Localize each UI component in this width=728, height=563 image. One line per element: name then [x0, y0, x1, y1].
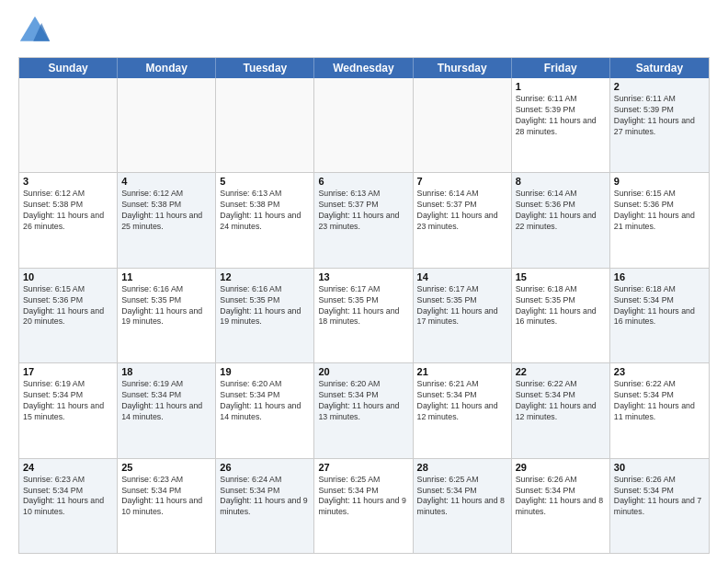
day-number: 29	[516, 462, 606, 473]
day-info: Sunrise: 6:20 AM Sunset: 5:34 PM Dayligh…	[318, 379, 408, 423]
day-of-week-tuesday: Tuesday	[216, 58, 314, 78]
calendar-cell-3-1: 18Sunrise: 6:19 AM Sunset: 5:34 PM Dayli…	[118, 363, 216, 457]
day-number: 12	[220, 271, 310, 282]
day-info: Sunrise: 6:12 AM Sunset: 5:38 PM Dayligh…	[23, 189, 113, 233]
day-number: 8	[516, 176, 606, 187]
day-number: 27	[318, 462, 408, 473]
calendar-header: SundayMondayTuesdayWednesdayThursdayFrid…	[19, 58, 709, 78]
day-info: Sunrise: 6:15 AM Sunset: 5:36 PM Dayligh…	[23, 284, 113, 328]
day-info: Sunrise: 6:25 AM Sunset: 5:34 PM Dayligh…	[417, 475, 507, 519]
calendar-cell-2-1: 11Sunrise: 6:16 AM Sunset: 5:35 PM Dayli…	[118, 269, 216, 362]
day-info: Sunrise: 6:20 AM Sunset: 5:34 PM Dayligh…	[220, 379, 310, 423]
calendar-row-1: 3Sunrise: 6:12 AM Sunset: 5:38 PM Daylig…	[19, 173, 709, 268]
calendar-cell-2-2: 12Sunrise: 6:16 AM Sunset: 5:35 PM Dayli…	[216, 269, 314, 362]
day-info: Sunrise: 6:16 AM Sunset: 5:35 PM Dayligh…	[220, 284, 310, 328]
calendar-cell-0-1	[118, 78, 216, 172]
calendar-cell-1-5: 8Sunrise: 6:14 AM Sunset: 5:36 PM Daylig…	[512, 173, 610, 267]
calendar-cell-3-3: 20Sunrise: 6:20 AM Sunset: 5:34 PM Dayli…	[314, 363, 413, 457]
day-number: 13	[318, 271, 408, 282]
day-info: Sunrise: 6:25 AM Sunset: 5:34 PM Dayligh…	[318, 475, 408, 519]
calendar-cell-4-6: 30Sunrise: 6:26 AM Sunset: 5:34 PM Dayli…	[610, 459, 709, 553]
calendar-cell-0-0	[19, 78, 118, 172]
day-number: 18	[121, 366, 211, 377]
day-number: 21	[417, 366, 507, 377]
calendar-cell-2-4: 14Sunrise: 6:17 AM Sunset: 5:35 PM Dayli…	[414, 269, 512, 362]
day-of-week-wednesday: Wednesday	[314, 58, 413, 78]
page: SundayMondayTuesdayWednesdayThursdayFrid…	[0, 0, 728, 563]
day-info: Sunrise: 6:14 AM Sunset: 5:36 PM Dayligh…	[516, 189, 606, 233]
logo-icon	[18, 15, 51, 48]
calendar-cell-3-5: 22Sunrise: 6:22 AM Sunset: 5:34 PM Dayli…	[512, 363, 610, 457]
calendar-cell-1-1: 4Sunrise: 6:12 AM Sunset: 5:38 PM Daylig…	[118, 173, 216, 267]
calendar-row-0: 1Sunrise: 6:11 AM Sunset: 5:39 PM Daylig…	[19, 78, 709, 173]
day-number: 23	[614, 366, 705, 377]
day-number: 1	[516, 81, 606, 92]
calendar-cell-0-2	[216, 78, 314, 172]
calendar-cell-3-4: 21Sunrise: 6:21 AM Sunset: 5:34 PM Dayli…	[414, 363, 512, 457]
day-of-week-saturday: Saturday	[610, 58, 709, 78]
day-info: Sunrise: 6:13 AM Sunset: 5:38 PM Dayligh…	[220, 189, 310, 233]
calendar-cell-4-4: 28Sunrise: 6:25 AM Sunset: 5:34 PM Dayli…	[414, 459, 512, 553]
day-info: Sunrise: 6:26 AM Sunset: 5:34 PM Dayligh…	[516, 475, 606, 519]
day-number: 7	[417, 176, 507, 187]
day-info: Sunrise: 6:19 AM Sunset: 5:34 PM Dayligh…	[121, 379, 211, 423]
day-info: Sunrise: 6:21 AM Sunset: 5:34 PM Dayligh…	[417, 379, 507, 423]
header	[18, 15, 710, 48]
day-number: 4	[121, 176, 211, 187]
day-of-week-friday: Friday	[512, 58, 610, 78]
day-number: 11	[121, 271, 211, 282]
day-number: 25	[121, 462, 211, 473]
calendar-cell-3-0: 17Sunrise: 6:19 AM Sunset: 5:34 PM Dayli…	[19, 363, 118, 457]
day-info: Sunrise: 6:26 AM Sunset: 5:34 PM Dayligh…	[614, 475, 705, 519]
day-info: Sunrise: 6:17 AM Sunset: 5:35 PM Dayligh…	[417, 284, 507, 328]
calendar-cell-1-6: 9Sunrise: 6:15 AM Sunset: 5:36 PM Daylig…	[610, 173, 709, 267]
calendar-row-2: 10Sunrise: 6:15 AM Sunset: 5:36 PM Dayli…	[19, 269, 709, 363]
day-info: Sunrise: 6:17 AM Sunset: 5:35 PM Dayligh…	[318, 284, 408, 328]
logo	[18, 15, 57, 48]
calendar-cell-0-5: 1Sunrise: 6:11 AM Sunset: 5:39 PM Daylig…	[512, 78, 610, 172]
day-number: 19	[220, 366, 310, 377]
calendar-cell-2-0: 10Sunrise: 6:15 AM Sunset: 5:36 PM Dayli…	[19, 269, 118, 362]
calendar-cell-3-2: 19Sunrise: 6:20 AM Sunset: 5:34 PM Dayli…	[216, 363, 314, 457]
calendar-cell-1-0: 3Sunrise: 6:12 AM Sunset: 5:38 PM Daylig…	[19, 173, 118, 267]
calendar-cell-2-3: 13Sunrise: 6:17 AM Sunset: 5:35 PM Dayli…	[314, 269, 413, 362]
day-number: 20	[318, 366, 408, 377]
day-number: 24	[23, 462, 113, 473]
calendar-cell-0-6: 2Sunrise: 6:11 AM Sunset: 5:39 PM Daylig…	[610, 78, 709, 172]
calendar-cell-4-3: 27Sunrise: 6:25 AM Sunset: 5:34 PM Dayli…	[314, 459, 413, 553]
calendar-cell-4-2: 26Sunrise: 6:24 AM Sunset: 5:34 PM Dayli…	[216, 459, 314, 553]
day-info: Sunrise: 6:18 AM Sunset: 5:34 PM Dayligh…	[614, 284, 705, 328]
day-info: Sunrise: 6:13 AM Sunset: 5:37 PM Dayligh…	[318, 189, 408, 233]
day-number: 30	[614, 462, 705, 473]
day-number: 15	[516, 271, 606, 282]
day-number: 9	[614, 176, 705, 187]
day-of-week-thursday: Thursday	[414, 58, 512, 78]
calendar-cell-4-0: 24Sunrise: 6:23 AM Sunset: 5:34 PM Dayli…	[19, 459, 118, 553]
calendar-cell-0-3	[314, 78, 413, 172]
day-info: Sunrise: 6:23 AM Sunset: 5:34 PM Dayligh…	[23, 475, 113, 519]
calendar-cell-4-1: 25Sunrise: 6:23 AM Sunset: 5:34 PM Dayli…	[118, 459, 216, 553]
day-number: 5	[220, 176, 310, 187]
day-info: Sunrise: 6:11 AM Sunset: 5:39 PM Dayligh…	[516, 94, 606, 138]
day-number: 6	[318, 176, 408, 187]
calendar-body: 1Sunrise: 6:11 AM Sunset: 5:39 PM Daylig…	[19, 78, 709, 553]
day-number: 14	[417, 271, 507, 282]
day-info: Sunrise: 6:22 AM Sunset: 5:34 PM Dayligh…	[516, 379, 606, 423]
calendar-row-3: 17Sunrise: 6:19 AM Sunset: 5:34 PM Dayli…	[19, 363, 709, 458]
calendar-cell-0-4	[414, 78, 512, 172]
day-info: Sunrise: 6:23 AM Sunset: 5:34 PM Dayligh…	[121, 475, 211, 519]
day-info: Sunrise: 6:14 AM Sunset: 5:37 PM Dayligh…	[417, 189, 507, 233]
day-number: 17	[23, 366, 113, 377]
day-number: 26	[220, 462, 310, 473]
day-info: Sunrise: 6:22 AM Sunset: 5:34 PM Dayligh…	[614, 379, 705, 423]
day-of-week-monday: Monday	[118, 58, 216, 78]
calendar-cell-4-5: 29Sunrise: 6:26 AM Sunset: 5:34 PM Dayli…	[512, 459, 610, 553]
calendar-cell-1-3: 6Sunrise: 6:13 AM Sunset: 5:37 PM Daylig…	[314, 173, 413, 267]
day-info: Sunrise: 6:12 AM Sunset: 5:38 PM Dayligh…	[121, 189, 211, 233]
calendar-cell-1-2: 5Sunrise: 6:13 AM Sunset: 5:38 PM Daylig…	[216, 173, 314, 267]
day-number: 28	[417, 462, 507, 473]
calendar-cell-3-6: 23Sunrise: 6:22 AM Sunset: 5:34 PM Dayli…	[610, 363, 709, 457]
day-info: Sunrise: 6:16 AM Sunset: 5:35 PM Dayligh…	[121, 284, 211, 328]
day-number: 22	[516, 366, 606, 377]
day-number: 16	[614, 271, 705, 282]
